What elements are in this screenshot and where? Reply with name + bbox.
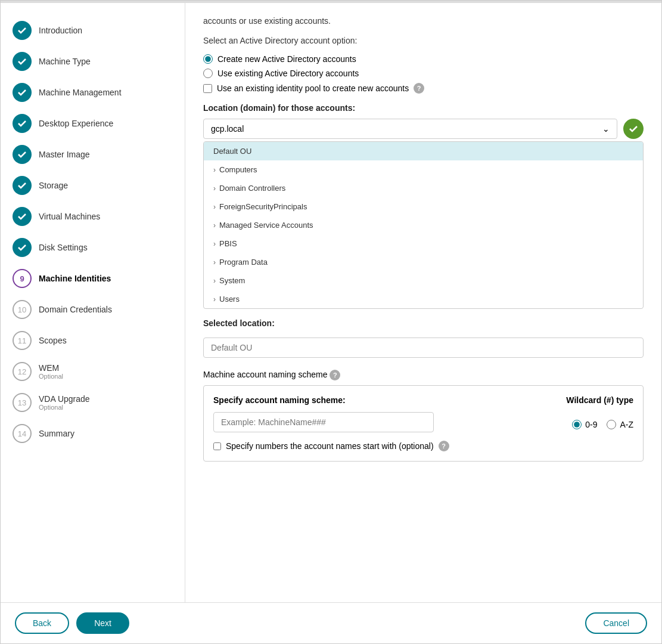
sidebar-item-label-1: Machine Type (39, 57, 91, 66)
dropdown-item-5[interactable]: ›PBIS (204, 234, 643, 253)
sidebar-item-machine-identities[interactable]: 9Machine Identities (1, 263, 185, 294)
dropdown-item-label-2: Domain Controllers (219, 184, 285, 193)
step-icon-6 (13, 207, 32, 226)
dropdown-item-2[interactable]: ›Domain Controllers (204, 179, 643, 197)
wildcard-a-z-radio[interactable] (607, 420, 616, 429)
naming-scheme-box: Specify account naming scheme: Wildcard … (203, 385, 644, 462)
chevron-right-icon: › (213, 166, 216, 174)
numbers-checkbox[interactable] (213, 442, 221, 450)
sidebar-item-label-0: Introduction (39, 26, 82, 35)
right-panel: accounts or use existing accounts. Selec… (185, 3, 661, 602)
wildcard-0-9[interactable]: 0-9 (572, 420, 597, 429)
sidebar-item-vda-upgrade[interactable]: 13VDA UpgradeOptional (1, 387, 185, 418)
sidebar-item-desktop-experience[interactable]: Desktop Experience (1, 108, 185, 139)
step-icon-12: 13 (13, 393, 32, 412)
chevron-right-icon: › (213, 277, 216, 285)
dropdown-item-3[interactable]: ›ForeignSecurityPrincipals (204, 197, 643, 216)
selected-location-label: Selected location: (203, 318, 644, 328)
selected-location-input[interactable] (203, 338, 644, 358)
cancel-button[interactable]: Cancel (585, 612, 647, 634)
dropdown-item-label-0: Default OU (213, 147, 251, 156)
radio-use-existing-label: Use existing Active Directory accounts (217, 69, 359, 78)
sidebar-item-label-3: Desktop Experience (39, 119, 113, 128)
sidebar-item-introduction[interactable]: Introduction (1, 15, 185, 46)
step-icon-2 (13, 83, 32, 102)
naming-scheme-help-icon[interactable]: ? (330, 370, 340, 380)
identity-pool-help-icon[interactable]: ? (414, 83, 424, 94)
specify-label: Specify account naming scheme: (213, 395, 346, 405)
step-icon-0 (13, 21, 32, 40)
sidebar-item-label-2: Machine Management (39, 88, 122, 97)
main-window: IntroductionMachine TypeMachine Manageme… (0, 0, 662, 644)
selected-location-section: Selected location: (203, 318, 644, 358)
next-button[interactable]: Next (76, 612, 129, 634)
dropdown-item-0[interactable]: Default OU (204, 142, 643, 160)
dropdown-item-label-1: Computers (219, 165, 257, 174)
chevron-right-icon: › (213, 258, 216, 267)
dropdown-item-7[interactable]: ›System (204, 271, 643, 290)
identity-pool-checkbox[interactable] (203, 84, 212, 93)
radio-create-new-input[interactable] (203, 54, 213, 64)
step-icon-10: 11 (13, 331, 32, 350)
step-icon-5 (13, 176, 32, 195)
dropdown-item-label-5: PBIS (219, 239, 237, 248)
domain-value: gcp.local (211, 124, 244, 134)
sidebar-item-domain-credentials[interactable]: 10Domain Credentials (1, 294, 185, 325)
radio-use-existing[interactable]: Use existing Active Directory accounts (203, 69, 644, 78)
sidebar: IntroductionMachine TypeMachine Manageme… (1, 3, 185, 602)
dropdown-item-label-6: Program Data (219, 258, 268, 267)
location-label: Location (domain) for those accounts: (203, 103, 644, 113)
intro-text: accounts or use existing accounts. (203, 15, 644, 27)
radio-group: Create new Active Directory accounts Use… (203, 54, 644, 78)
naming-input[interactable] (213, 412, 434, 432)
dropdown-list: Default OU›Computers›Domain Controllers›… (203, 141, 644, 309)
domain-row: gcp.local ⌄ (203, 119, 644, 139)
step-icon-1 (13, 52, 32, 71)
radio-use-existing-input[interactable] (203, 69, 213, 78)
main-content: IntroductionMachine TypeMachine Manageme… (1, 3, 661, 602)
sidebar-item-label-12: VDA UpgradeOptional (39, 394, 90, 411)
dropdown-item-8[interactable]: ›Users (204, 290, 643, 308)
sidebar-item-label-7: Disk Settings (39, 243, 88, 252)
chevron-right-icon: › (213, 184, 216, 193)
footer-left: Back Next (15, 612, 129, 634)
sidebar-item-storage[interactable]: Storage (1, 170, 185, 201)
chevron-right-icon: › (213, 203, 216, 211)
identity-pool-label: Use an existing identity pool to create … (217, 83, 409, 93)
sidebar-item-machine-type[interactable]: Machine Type (1, 46, 185, 77)
back-button[interactable]: Back (15, 612, 69, 634)
radio-create-new-label: Create new Active Directory accounts (217, 54, 356, 64)
wildcard-a-z-label: A-Z (620, 420, 633, 429)
sidebar-item-summary[interactable]: 14Summary (1, 418, 185, 449)
sidebar-item-virtual-machines[interactable]: Virtual Machines (1, 201, 185, 232)
wildcard-a-z[interactable]: A-Z (607, 420, 633, 429)
dropdown-item-label-4: Managed Service Accounts (219, 221, 313, 230)
step-icon-11: 12 (13, 362, 32, 381)
sidebar-item-label-8: Machine Identities (39, 274, 111, 283)
dropdown-item-label-8: Users (219, 295, 240, 304)
naming-scheme-label: Machine account naming scheme ? (203, 370, 340, 379)
dropdown-item-6[interactable]: ›Program Data (204, 253, 643, 271)
wildcard-options: 0-9 A-Z (572, 420, 633, 429)
dropdown-item-label-3: ForeignSecurityPrincipals (219, 202, 307, 211)
dropdown-item-4[interactable]: ›Managed Service Accounts (204, 216, 643, 234)
naming-scheme-section: Machine account naming scheme ? Specify … (203, 370, 644, 462)
sidebar-item-disk-settings[interactable]: Disk Settings (1, 232, 185, 263)
radio-create-new[interactable]: Create new Active Directory accounts (203, 54, 644, 64)
sidebar-item-label-6: Virtual Machines (39, 212, 100, 221)
sidebar-item-label-13: Summary (39, 429, 74, 438)
step-icon-9: 10 (13, 300, 32, 319)
select-prompt: Select an Active Directory account optio… (203, 35, 644, 47)
sidebar-item-label-9: Domain Credentials (39, 305, 112, 314)
chevron-down-icon: ⌄ (602, 124, 610, 134)
step-icon-4 (13, 145, 32, 164)
dropdown-item-1[interactable]: ›Computers (204, 160, 643, 179)
sidebar-item-wem[interactable]: 12WEMOptional (1, 356, 185, 387)
numbers-help-icon[interactable]: ? (439, 441, 449, 451)
sidebar-item-scopes[interactable]: 11Scopes (1, 325, 185, 356)
domain-select[interactable]: gcp.local ⌄ (203, 119, 617, 139)
sidebar-item-machine-management[interactable]: Machine Management (1, 77, 185, 108)
step-icon-13: 14 (13, 424, 32, 443)
wildcard-0-9-radio[interactable] (572, 420, 582, 429)
sidebar-item-master-image[interactable]: Master Image (1, 139, 185, 170)
